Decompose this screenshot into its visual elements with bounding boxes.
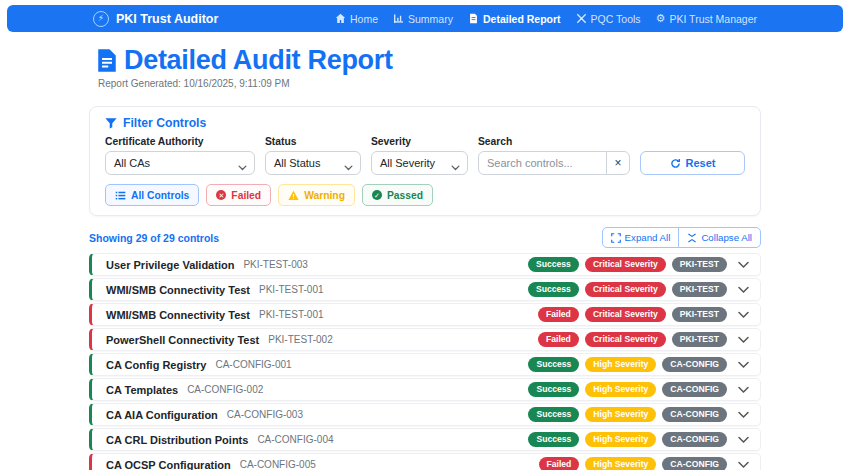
control-row[interactable]: User Privilege Validation PKI-TEST-003 S…	[89, 253, 761, 276]
severity-badge: Critical Severity	[585, 307, 666, 322]
severity-filter-label: Severity	[371, 136, 468, 147]
severity-badge: High Severity	[585, 407, 656, 422]
control-id: PKI-TEST-001	[259, 284, 323, 295]
chevron-down-icon[interactable]	[737, 461, 750, 469]
control-row[interactable]: CA AIA Configuration CA-CONFIG-003 Succe…	[89, 403, 761, 426]
control-name: PowerShell Connectivity Test	[106, 334, 259, 346]
severity-badge: High Severity	[585, 457, 656, 470]
nav-item-home[interactable]: Home	[335, 13, 378, 25]
chevron-down-icon	[451, 161, 460, 173]
brand-title: PKI Trust Auditor	[116, 12, 218, 26]
search-input[interactable]	[478, 151, 607, 175]
chevron-down-icon[interactable]	[737, 361, 750, 369]
document-icon	[97, 49, 117, 72]
x-circle-icon: ✕	[216, 190, 226, 200]
nav-item-detailed-report[interactable]: Detailed Report	[468, 13, 561, 25]
filter-warning-button[interactable]: Warning	[278, 184, 355, 206]
control-id: PKI-TEST-003	[243, 259, 307, 270]
chevron-down-icon[interactable]	[737, 436, 750, 444]
category-badge: CA-CONFIG	[662, 432, 727, 447]
control-name: CA Config Registry	[106, 359, 206, 371]
control-id: PKI-TEST-002	[268, 334, 332, 345]
status-badge: Success	[528, 432, 579, 447]
tools-icon	[576, 13, 587, 24]
control-id: CA-CONFIG-005	[240, 459, 316, 470]
filter-failed-button[interactable]: ✕ Failed	[206, 184, 271, 206]
control-id: CA-CONFIG-003	[227, 409, 303, 420]
control-id: CA-CONFIG-001	[215, 359, 291, 370]
reset-button[interactable]: Reset	[640, 151, 745, 175]
control-name: WMI/SMB Connectivity Test	[106, 309, 250, 321]
nav-item-pki-trust-manager[interactable]: ⚙ PKI Trust Manager	[656, 13, 757, 25]
nav-item-summary[interactable]: Summary	[393, 13, 453, 25]
severity-badge: High Severity	[585, 382, 656, 397]
control-row[interactable]: WMI/SMB Connectivity Test PKI-TEST-001 S…	[89, 278, 761, 301]
status-badge: Failed	[538, 307, 579, 322]
summary-icon	[393, 13, 404, 24]
control-row[interactable]: CA Config Registry CA-CONFIG-001 Success…	[89, 353, 761, 376]
control-id: PKI-TEST-001	[259, 309, 323, 320]
severity-badge: High Severity	[585, 432, 656, 447]
category-badge: PKI-TEST	[672, 332, 727, 347]
chevron-down-icon	[344, 161, 353, 173]
chevron-down-icon[interactable]	[737, 386, 750, 394]
controls-list: User Privilege Validation PKI-TEST-003 S…	[89, 253, 761, 470]
control-row[interactable]: WMI/SMB Connectivity Test PKI-TEST-001 F…	[89, 303, 761, 326]
ca-filter-label: Certificate Authority	[105, 136, 255, 147]
control-row[interactable]: CA OCSP Configuration CA-CONFIG-005 Fail…	[89, 453, 761, 470]
filter-all-controls-button[interactable]: All Controls	[105, 184, 199, 206]
nav-links: Home Summary Detailed Report PQC Tools ⚙…	[335, 13, 757, 25]
chevron-down-icon[interactable]	[737, 411, 750, 419]
results-count: Showing 29 of 29 controls	[89, 232, 219, 244]
chevron-down-icon[interactable]	[737, 336, 750, 344]
control-id: CA-CONFIG-004	[257, 434, 333, 445]
refresh-icon	[670, 158, 681, 169]
brand-link[interactable]: ⚡ PKI Trust Auditor	[93, 11, 218, 27]
status-select[interactable]: All Status	[265, 151, 361, 175]
control-row[interactable]: CA CRL Distribution Points CA-CONFIG-004…	[89, 428, 761, 451]
control-row[interactable]: PowerShell Connectivity Test PKI-TEST-00…	[89, 328, 761, 351]
chevron-down-icon	[238, 161, 247, 173]
filter-heading: Filter Controls	[105, 116, 745, 129]
control-row[interactable]: CA Templates CA-CONFIG-002 Success High …	[89, 378, 761, 401]
lightning-circle-icon: ⚡	[93, 11, 109, 27]
category-badge: PKI-TEST	[672, 257, 727, 272]
status-badge: Success	[528, 407, 579, 422]
chevron-down-icon[interactable]	[737, 286, 750, 294]
expand-icon	[611, 233, 621, 243]
control-name: CA Templates	[106, 384, 178, 396]
severity-badge: Critical Severity	[585, 332, 666, 347]
status-badge: Failed	[538, 332, 579, 347]
severity-badge: Critical Severity	[585, 282, 666, 297]
check-circle-icon: ✓	[372, 190, 382, 200]
list-icon	[115, 190, 126, 201]
control-name: CA AIA Configuration	[106, 409, 218, 421]
status-badge: Success	[528, 357, 579, 372]
search-filter-label: Search	[478, 136, 630, 147]
chevron-down-icon[interactable]	[737, 261, 750, 269]
warning-triangle-icon	[288, 190, 299, 201]
category-badge: CA-CONFIG	[662, 457, 727, 470]
status-badge: Success	[528, 257, 579, 272]
gear-icon: ⚙	[656, 13, 666, 24]
status-badge: Success	[528, 382, 579, 397]
category-badge: CA-CONFIG	[662, 382, 727, 397]
nav-item-pqc-tools[interactable]: PQC Tools	[576, 13, 641, 25]
chevron-down-icon[interactable]	[737, 311, 750, 319]
funnel-icon	[105, 117, 117, 129]
expand-collapse-group: Expand All Collapse All	[602, 227, 761, 248]
report-generated-timestamp: Report Generated: 10/16/2025, 9:11:09 PM	[89, 78, 761, 89]
ca-select[interactable]: All CAs	[105, 151, 255, 175]
filter-passed-button[interactable]: ✓ Passed	[362, 184, 433, 206]
clear-search-button[interactable]: ×	[606, 151, 630, 175]
control-name: User Privilege Validation	[106, 259, 234, 271]
home-icon	[335, 13, 346, 24]
category-badge: PKI-TEST	[672, 282, 727, 297]
severity-select[interactable]: All Severity	[371, 151, 468, 175]
expand-all-button[interactable]: Expand All	[602, 227, 680, 248]
top-navbar: ⚡ PKI Trust Auditor Home Summary Detaile…	[7, 5, 843, 32]
collapse-all-button[interactable]: Collapse All	[678, 227, 761, 248]
report-icon	[468, 13, 479, 24]
category-badge: CA-CONFIG	[662, 357, 727, 372]
status-badge: Failed	[539, 457, 580, 470]
